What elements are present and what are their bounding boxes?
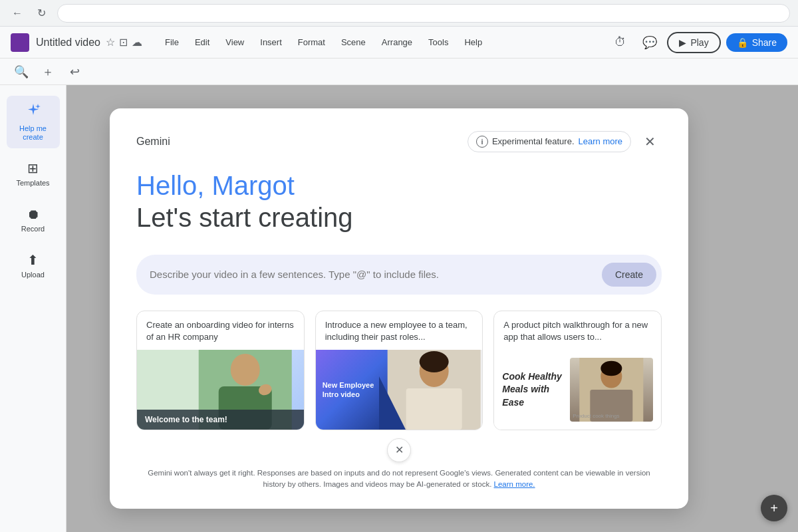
svg-point-8: [420, 351, 449, 372]
sidebar-item-templates[interactable]: ⊞ Templates: [7, 154, 60, 194]
zoom-search-button[interactable]: 🔍: [11, 61, 32, 82]
card-onboarding-title: Create an onboarding video for interns o…: [137, 311, 304, 350]
add-float-button[interactable]: +: [761, 495, 787, 521]
menu-edit[interactable]: Edit: [188, 35, 216, 50]
menu-arrange[interactable]: Arrange: [375, 35, 419, 50]
card2-left-text: New Employee Intro video: [323, 380, 384, 400]
card1-overlay-text: Welcome to the team!: [137, 410, 304, 430]
templates-icon: ⊞: [27, 160, 39, 176]
svg-rect-7: [406, 388, 462, 430]
sidebar-item-upload[interactable]: ⬆ Upload: [7, 245, 60, 286]
share-label: Share: [752, 37, 777, 48]
disclaimer: Gemini won't always get it right. Respon…: [136, 467, 662, 491]
topbar-actions: ⏱ 💬 ▶ Play 🔒 Share: [608, 31, 787, 55]
disclaimer-link[interactable]: Learn more.: [494, 480, 535, 488]
lock-icon: 🔒: [737, 37, 748, 48]
sidebar: Help me create ⊞ Templates ⏺ Record ⬆ Up…: [0, 85, 66, 532]
play-button[interactable]: ▶ Play: [667, 32, 720, 53]
address-bar[interactable]: [57, 4, 790, 23]
card2-triangle-svg: [379, 376, 406, 430]
card3-footer: Product cook things: [573, 413, 650, 419]
modal-overlay: Gemini i Experimental feature. Learn mor…: [0, 85, 798, 532]
toolbar-row: 🔍 ＋ ↩: [0, 59, 798, 85]
card-employee-title: Introduce a new employee to a team, incl…: [316, 311, 483, 350]
card2-background: New Employee Intro video: [316, 350, 483, 430]
info-icon: i: [476, 136, 488, 148]
input-bar: Create: [136, 255, 662, 295]
learn-more-link[interactable]: Learn more: [579, 136, 622, 146]
history-button[interactable]: ⏱: [608, 31, 632, 55]
sparkle-icon: [25, 102, 41, 122]
card-pitch[interactable]: A product pitch walkthrough for a new ap…: [493, 311, 662, 430]
play-label: Play: [690, 37, 708, 48]
browser-controls: ← ↻: [8, 4, 51, 23]
disclaimer-text: Gemini won't always get it right. Respon…: [148, 469, 650, 488]
cards-row: Create an onboarding video for interns o…: [136, 311, 662, 430]
record-icon: ⏺: [27, 207, 40, 222]
menu-view[interactable]: View: [219, 35, 251, 50]
svg-point-1: [231, 354, 260, 386]
greeting-hello: Hello, Margot: [136, 170, 662, 201]
gemini-title: Gemini: [136, 136, 170, 148]
experimental-text: Experimental feature.: [492, 136, 575, 146]
comments-button[interactable]: 💬: [638, 31, 662, 55]
menu-help[interactable]: Help: [458, 35, 489, 50]
card-pitch-title: A product pitch walkthrough for a new ap…: [494, 311, 661, 350]
sidebar-item-record[interactable]: ⏺ Record: [7, 200, 60, 240]
sidebar-item-record-label: Record: [21, 225, 45, 233]
card1-background: Welcome to the team!: [137, 350, 304, 430]
app-topbar: Untitled video ☆ ⊡ ☁ File Edit View Inse…: [0, 27, 798, 59]
sidebar-item-help-me-create[interactable]: Help me create: [7, 96, 60, 148]
share-button[interactable]: 🔒 Share: [726, 33, 787, 52]
cloud-icon[interactable]: ☁: [132, 36, 142, 49]
card-onboarding[interactable]: Create an onboarding video for interns o…: [136, 311, 305, 430]
browser-bar: ← ↻: [0, 0, 798, 27]
card-onboarding-image: Welcome to the team!: [137, 350, 304, 430]
menu-tools[interactable]: Tools: [422, 35, 455, 50]
card3-book-title: Cook Healthy Meals with Ease: [502, 370, 565, 410]
app-logo: [11, 33, 29, 52]
menu-scene[interactable]: Scene: [334, 35, 372, 50]
card3-person-svg: [570, 358, 653, 422]
gemini-modal: Gemini i Experimental feature. Learn mor…: [110, 108, 688, 509]
refresh-float: ✕: [136, 438, 662, 462]
close-button[interactable]: ✕: [638, 130, 662, 154]
reload-button[interactable]: ↻: [32, 4, 51, 23]
menu-insert[interactable]: Insert: [253, 35, 289, 50]
sidebar-item-templates-label: Templates: [16, 179, 49, 188]
star-icon[interactable]: ☆: [106, 36, 115, 49]
menu-format[interactable]: Format: [291, 35, 332, 50]
prompt-input[interactable]: [150, 269, 597, 280]
svg-point-12: [601, 361, 622, 376]
menu-bar: File Edit View Insert Format Scene Arran…: [158, 35, 608, 50]
card-pitch-image: Cook Healthy Meals with Ease: [494, 350, 661, 430]
create-button[interactable]: Create: [602, 263, 656, 287]
back-button[interactable]: ←: [8, 4, 27, 23]
sidebar-item-help-label: Help me create: [15, 124, 52, 142]
undo-button[interactable]: ↩: [64, 61, 85, 82]
title-icons: ☆ ⊡ ☁: [106, 36, 142, 49]
play-icon: ▶: [679, 37, 686, 48]
card3-background: Cook Healthy Meals with Ease: [494, 350, 661, 430]
card3-text-block: Cook Healthy Meals with Ease: [502, 358, 565, 422]
zoom-in-button[interactable]: ＋: [37, 61, 59, 82]
greeting-sub: Let's start creating: [136, 201, 662, 233]
menu-file[interactable]: File: [158, 35, 186, 50]
refresh-suggestions-button[interactable]: ✕: [387, 438, 411, 462]
app-title: Untitled video: [36, 37, 100, 49]
save-icon[interactable]: ⊡: [119, 36, 128, 49]
svg-marker-4: [379, 376, 406, 430]
modal-header: Gemini i Experimental feature. Learn mor…: [136, 130, 662, 154]
main-area: Help me create ⊞ Templates ⏺ Record ⬆ Up…: [0, 85, 798, 532]
card3-right-image: Product cook things: [570, 358, 653, 422]
sidebar-item-upload-label: Upload: [21, 271, 45, 279]
experimental-badge: i Experimental feature. Learn more: [467, 131, 631, 152]
greeting-section: Hello, Margot Let's start creating: [136, 170, 662, 233]
card-employee[interactable]: Introduce a new employee to a team, incl…: [315, 311, 483, 430]
upload-icon: ⬆: [27, 252, 39, 268]
card-employee-image: New Employee Intro video: [316, 350, 483, 430]
